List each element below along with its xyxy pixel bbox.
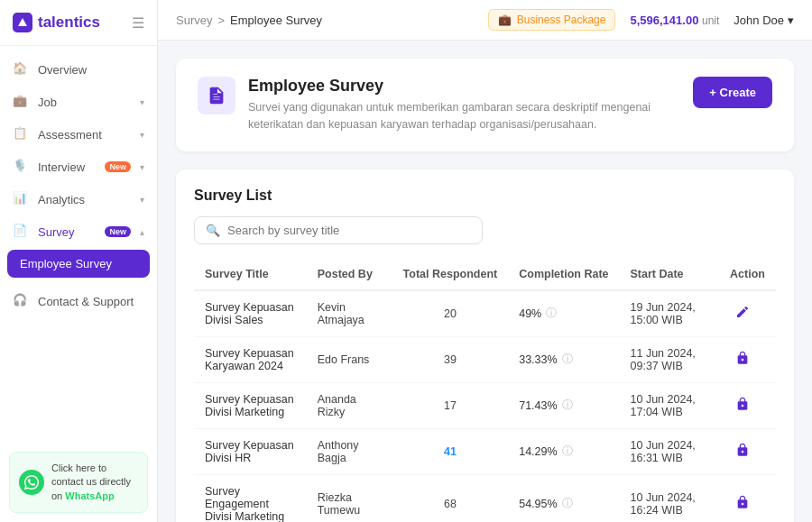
chevron-down-icon: ▾ — [140, 195, 144, 205]
content-area: Employee Survey Survei yang digunakan un… — [158, 41, 812, 522]
sidebar-logo: talentics ☰ — [0, 0, 157, 46]
survey-list-section: Survey List 🔍 Survey Title Posted By Tot… — [176, 169, 794, 523]
info-icon: ⓘ — [562, 496, 573, 511]
col-start-date: Start Date — [620, 259, 720, 290]
survey-badge: New — [105, 226, 131, 237]
main-content: Survey > Employee Survey 💼 Business Pack… — [158, 0, 812, 522]
contact-icon: 🎧 — [13, 293, 29, 309]
action-button[interactable] — [730, 441, 755, 462]
col-total-respondent: Total Respondent — [392, 259, 509, 290]
whatsapp-icon — [19, 470, 44, 495]
posted-by-cell: Anthony Bagja — [307, 428, 392, 474]
survey-title-cell: Survey Kepuasan Divisi HR — [194, 428, 307, 474]
breadcrumb-separator: > — [217, 14, 225, 27]
respondent-cell: 68 — [392, 474, 509, 522]
overview-icon: 🏠 — [13, 61, 29, 78]
info-icon: ⓘ — [562, 398, 573, 413]
survey-title-cell: Survey Engagement Divisi Marketing — [194, 474, 307, 522]
header-card-text: Employee Survey Survei yang digunakan un… — [248, 77, 693, 133]
table-row: Survey Kepuasan Divisi Sales Kevin Atmaj… — [194, 290, 776, 337]
search-box: 🔍 — [194, 216, 483, 244]
whatsapp-text: Click here to contact us directly on Wha… — [51, 462, 138, 503]
svg-marker-0 — [18, 18, 27, 26]
posted-by-cell: Kevin Atmajaya — [307, 290, 392, 337]
info-icon: ⓘ — [546, 306, 557, 321]
chevron-down-icon: ▾ — [788, 14, 794, 27]
action-button[interactable] — [730, 349, 755, 370]
sidebar-item-interview[interactable]: 🎙️ Interview New ▾ — [0, 151, 157, 183]
chevron-up-icon: ▴ — [140, 227, 144, 237]
page-header-card: Employee Survey Survei yang digunakan un… — [176, 59, 794, 151]
create-button[interactable]: + Create — [693, 77, 772, 108]
whatsapp-banner[interactable]: Click here to contact us directly on Wha… — [9, 452, 148, 513]
chevron-down-icon: ▾ — [140, 130, 144, 140]
respondent-cell: 17 — [392, 382, 509, 428]
table-header-row: Survey Title Posted By Total Respondent … — [194, 259, 776, 290]
sidebar-item-assessment[interactable]: 📋 Assessment ▾ — [0, 118, 157, 151]
action-cell — [719, 336, 776, 382]
analytics-icon: 📊 — [13, 191, 29, 207]
start-date-cell: 11 Jun 2024, 09:37 WIB — [620, 336, 720, 382]
header-card-left: Employee Survey Survei yang digunakan un… — [198, 77, 693, 133]
survey-title-cell: Survey Kepuasan Divisi Sales — [194, 290, 307, 337]
respondent-cell: 39 — [392, 336, 509, 382]
action-cell — [719, 382, 776, 428]
page-title: Employee Survey — [248, 77, 693, 96]
col-survey-title: Survey Title — [194, 259, 307, 290]
sidebar: talentics ☰ 🏠 Overview 💼 Job ▾ 📋 Assessm… — [0, 0, 158, 522]
posted-by-cell: Edo Frans — [307, 336, 392, 382]
sidebar-item-employee-survey[interactable]: Employee Survey — [7, 250, 150, 278]
action-cell — [719, 474, 776, 522]
action-button[interactable] — [730, 493, 755, 514]
topbar-right: 💼 Business Package 5,596,141.00 unit Joh… — [488, 9, 794, 31]
search-input[interactable] — [227, 224, 471, 237]
posted-by-cell: Ananda Rizky — [307, 382, 392, 428]
sidebar-item-overview[interactable]: 🏠 Overview — [0, 53, 157, 86]
sidebar-item-survey[interactable]: 📄 Survey New ▴ — [0, 215, 157, 248]
credits-display: 5,596,141.00 unit — [630, 14, 719, 27]
respondent-cell: 20 — [392, 290, 509, 337]
sidebar-item-job[interactable]: 💼 Job ▾ — [0, 86, 157, 118]
search-icon: 🔍 — [206, 224, 220, 237]
chevron-down-icon: ▾ — [140, 97, 144, 107]
sidebar-item-analytics[interactable]: 📊 Analytics ▾ — [0, 183, 157, 215]
completion-rate-cell: 14.29% ⓘ — [508, 428, 619, 474]
survey-title-cell: Survey Kepuasan Divisi Marketing — [194, 382, 307, 428]
completion-rate-cell: 33.33% ⓘ — [508, 336, 619, 382]
completion-rate-cell: 49% ⓘ — [508, 290, 619, 337]
assessment-icon: 📋 — [13, 126, 29, 142]
sidebar-item-contact[interactable]: 🎧 Contact & Support — [0, 285, 157, 317]
briefcase-icon: 💼 — [498, 14, 512, 26]
info-icon: ⓘ — [562, 352, 573, 367]
col-posted-by: Posted By — [307, 259, 392, 290]
breadcrumb-parent: Survey — [176, 14, 212, 27]
start-date-cell: 10 Jun 2024, 16:24 WIB — [620, 474, 720, 522]
breadcrumb-current: Employee Survey — [230, 14, 322, 27]
col-action: Action — [719, 259, 776, 290]
posted-by-cell: Riezka Tumewu — [307, 474, 392, 522]
survey-title-cell: Survey Kepuasan Karyawan 2024 — [194, 336, 307, 382]
action-button[interactable] — [730, 395, 755, 416]
section-title: Survey List — [194, 188, 776, 204]
logo: talentics — [13, 13, 100, 32]
table-row: Survey Engagement Divisi Marketing Riezk… — [194, 474, 776, 522]
topbar: Survey > Employee Survey 💼 Business Pack… — [158, 0, 812, 41]
start-date-cell: 10 Jun 2024, 17:04 WIB — [620, 382, 720, 428]
info-icon: ⓘ — [562, 444, 573, 459]
survey-icon: 📄 — [13, 224, 29, 240]
user-menu[interactable]: John Doe ▾ — [734, 14, 794, 27]
logo-icon — [13, 13, 32, 32]
action-cell — [719, 290, 776, 337]
action-button[interactable] — [730, 303, 755, 324]
table-row: Survey Kepuasan Karyawan 2024 Edo Frans … — [194, 336, 776, 382]
breadcrumb: Survey > Employee Survey — [176, 14, 322, 27]
start-date-cell: 19 Jun 2024, 15:00 WIB — [620, 290, 720, 337]
table-row: Survey Kepuasan Divisi Marketing Ananda … — [194, 382, 776, 428]
respondent-cell: 41 — [392, 428, 509, 474]
sidebar-nav: 🏠 Overview 💼 Job ▾ 📋 Assessment ▾ 🎙️ Int… — [0, 46, 157, 443]
hamburger-icon[interactable]: ☰ — [132, 14, 144, 32]
action-cell — [719, 428, 776, 474]
start-date-cell: 10 Jun 2024, 16:31 WIB — [620, 428, 720, 474]
survey-table: Survey Title Posted By Total Respondent … — [194, 259, 776, 523]
table-row: Survey Kepuasan Divisi HR Anthony Bagja … — [194, 428, 776, 474]
